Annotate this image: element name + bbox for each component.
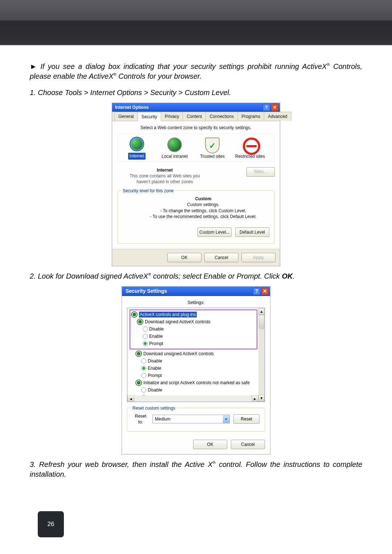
io-tabs: General Security Privacy Content Connect…	[112, 112, 280, 121]
internet-options-dialog: Internet Options ? ✕ General Security Pr…	[112, 103, 280, 266]
security-settings-dialog: Security Settings ? ✕ Settings: ActiveX …	[122, 286, 270, 455]
scroll-left-icon[interactable]: ◄	[127, 395, 134, 402]
gear-icon	[137, 319, 143, 325]
zone-list: Internet Local intranet ✓ Trusted sites	[117, 134, 275, 162]
custom-line-3: - To use the recommended settings, click…	[137, 214, 269, 219]
reset-value: Medium	[155, 416, 171, 422]
node-init-script[interactable]: Initialize and script ActiveX controls n…	[143, 380, 250, 386]
gear-icon	[135, 379, 142, 386]
step-3: 3. Refresh your web browser, then instal…	[30, 460, 362, 479]
cancel-button[interactable]: Cancel	[204, 253, 238, 262]
tab-content[interactable]: Content	[183, 112, 206, 121]
ss-titlebar: Security Settings ? ✕	[122, 287, 270, 296]
chevron-down-icon[interactable]: ▼	[223, 415, 229, 423]
radio-enable[interactable]	[143, 334, 148, 339]
custom-line-1: Custom settings.	[137, 202, 269, 208]
custom-title: Custom	[137, 196, 269, 202]
tab-security[interactable]: Security	[138, 112, 161, 121]
node-download-signed[interactable]: Download signed ActiveX controls	[145, 319, 211, 325]
custom-level-button[interactable]: Custom Level...	[197, 227, 232, 237]
radio-enable[interactable]	[141, 366, 146, 371]
tab-advanced[interactable]: Advanced	[264, 112, 291, 121]
reset-fieldset: Reset custom settings Reset to: Medium ▼…	[127, 408, 265, 432]
node-activex-root[interactable]: ActiveX controls and plug-ins	[139, 312, 197, 317]
tab-privacy[interactable]: Privacy	[161, 112, 183, 121]
header-separator	[0, 45, 392, 46]
gear-icon	[131, 311, 138, 318]
apply-button[interactable]: Apply	[241, 253, 275, 262]
help-icon[interactable]: ?	[263, 104, 270, 111]
settings-label: Settings:	[127, 300, 265, 305]
scroll-thumb[interactable]	[259, 315, 264, 329]
zone-title: Internet	[130, 167, 200, 173]
sites-button[interactable]: Sites...	[246, 167, 275, 177]
close-icon[interactable]: ✕	[261, 288, 269, 295]
radio-prompt[interactable]	[143, 341, 148, 346]
settings-list[interactable]: ActiveX controls and plug-ins Download s…	[127, 308, 265, 402]
highlight-group: ActiveX controls and plug-ins Download s…	[130, 309, 257, 349]
zone-trusted[interactable]: ✓ Trusted sites	[196, 138, 229, 159]
zone-desc-1: This zone contains all Web sites you	[130, 173, 200, 179]
gear-icon	[135, 350, 142, 357]
zone-internet[interactable]: Internet	[121, 137, 153, 159]
zone-desc-2: haven't placed in other zones	[130, 179, 200, 185]
scroll-up-icon[interactable]: ▲	[258, 308, 265, 315]
step-2: 2. Look for Download signed ActiveX® con…	[30, 271, 362, 281]
tab-general[interactable]: General	[114, 112, 138, 121]
cancel-button[interactable]: Cancel	[231, 440, 265, 449]
tab-programs[interactable]: Programs	[237, 112, 264, 121]
io-title: Internet Options	[115, 104, 149, 110]
custom-line-2: - To change the settings, click Custom L…	[137, 208, 269, 214]
radio-prompt[interactable]	[141, 373, 146, 378]
zone-local-intranet[interactable]: Local intranet	[158, 138, 191, 159]
step-1: 1. Choose Tools > Internet Options > Sec…	[30, 88, 362, 98]
reset-legend: Reset custom settings	[131, 405, 177, 411]
header-band	[0, 0, 392, 45]
ok-button[interactable]: OK	[167, 253, 201, 262]
scroll-right-icon[interactable]: ►	[252, 395, 258, 402]
io-zone-instruction: Select a Web content zone to specify its…	[117, 125, 275, 131]
horizontal-scrollbar[interactable]: ◄ ►	[127, 395, 258, 402]
page-number: 26	[38, 511, 64, 537]
security-level-fieldset: Security level for this zone Custom Cust…	[117, 190, 275, 244]
scroll-down-icon[interactable]: ▼	[258, 395, 265, 402]
default-level-button[interactable]: Default Level	[235, 227, 269, 237]
radio-disable[interactable]	[141, 387, 146, 393]
tab-connections[interactable]: Connections	[205, 112, 238, 121]
ss-title: Security Settings	[126, 288, 167, 295]
zone-restricted[interactable]: Restricted sites	[234, 138, 266, 159]
security-level-legend: Security level for this zone	[121, 188, 175, 194]
radio-disable[interactable]	[141, 358, 146, 364]
reset-combo[interactable]: Medium ▼	[152, 415, 230, 423]
node-download-unsigned[interactable]: Download unsigned ActiveX controls	[143, 351, 214, 357]
radio-disable[interactable]	[143, 327, 148, 332]
reset-to-label: Reset to:	[132, 413, 149, 425]
close-icon[interactable]: ✕	[271, 104, 278, 111]
note-activex: ► If you see a dialog box indicating tha…	[30, 62, 362, 81]
io-titlebar: Internet Options ? ✕	[112, 103, 280, 112]
help-icon[interactable]: ?	[253, 288, 260, 295]
reset-button[interactable]: Reset	[233, 414, 260, 424]
ok-button[interactable]: OK	[193, 440, 227, 449]
vertical-scrollbar[interactable]: ▲ ▼	[258, 308, 265, 402]
